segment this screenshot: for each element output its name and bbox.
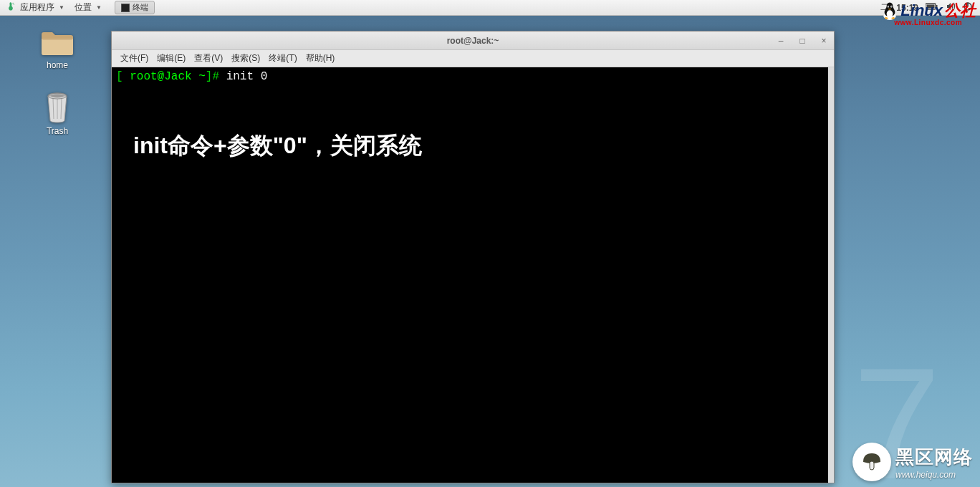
maximize-button[interactable]: □ — [797, 36, 808, 46]
terminal-body[interactable]: [ root@Jack ~]# init 0 init命令+参数"0"，关闭系统 — [112, 67, 834, 483]
menu-terminal[interactable]: 终端(T) — [266, 51, 299, 66]
svg-point-0 — [12, 3, 13, 4]
svg-point-17 — [891, 6, 892, 7]
chevron-down-icon: ▼ — [96, 4, 102, 11]
mushroom-icon — [852, 443, 891, 481]
terminal-scrollbar[interactable] — [828, 67, 834, 483]
heiqu-logo-watermark: 黑区网络 www.heiqu.com — [852, 443, 973, 481]
chevron-down-icon: ▼ — [59, 4, 64, 11]
trash-icon — [44, 92, 70, 123]
svg-point-1 — [14, 4, 14, 5]
menu-file[interactable]: 文件(F) — [117, 51, 151, 66]
prompt-line: [ root@Jack ~]# init 0 — [116, 70, 830, 84]
terminal-menubar: 文件(F) 编辑(E) 查看(V) 搜索(S) 终端(T) 帮助(H) — [112, 50, 834, 67]
places-menu[interactable]: 位置 ▼ — [70, 0, 106, 15]
window-title: root@Jack:~ — [112, 36, 834, 46]
menu-edit[interactable]: 编辑(E) — [154, 51, 188, 66]
foot-icon — [7, 1, 17, 14]
menu-search[interactable]: 搜索(S) — [229, 51, 263, 66]
terminal-icon — [121, 4, 130, 12]
svg-rect-19 — [870, 461, 874, 470]
taskbar-terminal[interactable]: 终端 — [115, 1, 155, 14]
trash[interactable]: Trash — [29, 92, 86, 136]
svg-point-12 — [51, 95, 64, 98]
trash-label: Trash — [47, 126, 68, 136]
home-label: home — [47, 60, 68, 70]
folder-icon — [40, 29, 75, 57]
top-panel: 应用程序 ▼ 位置 ▼ 终端 二 15:19 — [0, 0, 980, 16]
minimize-button[interactable]: – — [775, 36, 787, 46]
close-button[interactable]: × — [818, 36, 830, 46]
menu-help[interactable]: 帮助(H) — [303, 51, 338, 66]
titlebar[interactable]: root@Jack:~ – □ × — [112, 32, 834, 50]
desktop-icons: home Trash — [29, 29, 86, 136]
applications-menu[interactable]: 应用程序 ▼ — [3, 0, 69, 15]
menu-view[interactable]: 查看(V) — [191, 51, 226, 66]
linux-logo-watermark: Linux公社 www.Linuxdc.com — [880, 0, 976, 26]
annotation-text: init命令+参数"0"，关闭系统 — [133, 132, 422, 159]
home-folder[interactable]: home — [29, 29, 86, 70]
tux-icon — [880, 1, 899, 20]
svg-point-18 — [887, 10, 893, 17]
svg-point-16 — [888, 6, 889, 7]
terminal-window: root@Jack:~ – □ × 文件(F) 编辑(E) 查看(V) 搜索(S… — [111, 31, 835, 483]
